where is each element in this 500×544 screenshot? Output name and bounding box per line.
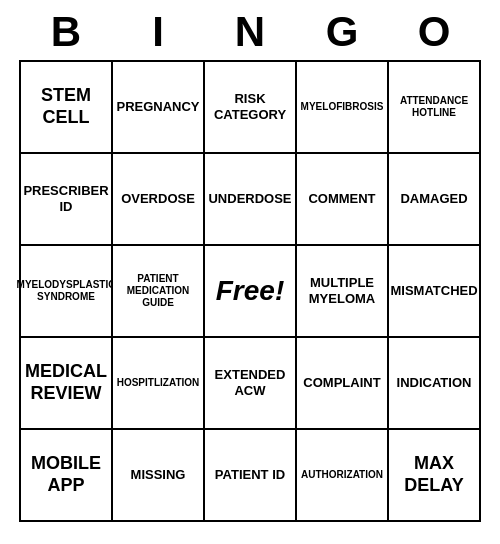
cell-0-0: STEM CELL xyxy=(21,62,113,154)
bingo-letter-B: B xyxy=(20,8,112,56)
cell-2-4: MISMATCHED xyxy=(389,246,481,338)
cell-2-1: PATIENT MEDICATION GUIDE xyxy=(113,246,205,338)
cell-0-4: ATTENDANCE HOTLINE xyxy=(389,62,481,154)
bingo-grid: STEM CELLPREGNANCYRISK CATEGORYMYELOFIBR… xyxy=(19,60,481,522)
bingo-header: BINGO xyxy=(20,0,480,60)
bingo-letter-O: O xyxy=(388,8,480,56)
cell-2-0: MYELODYSPLASTIC SYNDROME xyxy=(21,246,113,338)
bingo-letter-I: I xyxy=(112,8,204,56)
cell-3-4: INDICATION xyxy=(389,338,481,430)
cell-4-2: PATIENT ID xyxy=(205,430,297,522)
cell-0-1: PREGNANCY xyxy=(113,62,205,154)
bingo-letter-G: G xyxy=(296,8,388,56)
cell-1-1: OVERDOSE xyxy=(113,154,205,246)
cell-4-1: MISSING xyxy=(113,430,205,522)
cell-2-3: MULTIPLE MYELOMA xyxy=(297,246,389,338)
cell-1-3: COMMENT xyxy=(297,154,389,246)
cell-1-4: DAMAGED xyxy=(389,154,481,246)
cell-0-3: MYELOFIBROSIS xyxy=(297,62,389,154)
cell-4-0: MOBILE APP xyxy=(21,430,113,522)
cell-4-4: MAX DELAY xyxy=(389,430,481,522)
cell-3-3: COMPLAINT xyxy=(297,338,389,430)
cell-1-2: UNDERDOSE xyxy=(205,154,297,246)
cell-3-2: EXTENDED ACW xyxy=(205,338,297,430)
bingo-letter-N: N xyxy=(204,8,296,56)
cell-3-0: MEDICAL REVIEW xyxy=(21,338,113,430)
cell-4-3: AUTHORIZATION xyxy=(297,430,389,522)
cell-2-2: Free! xyxy=(205,246,297,338)
cell-0-2: RISK CATEGORY xyxy=(205,62,297,154)
cell-3-1: HOSPITLIZATION xyxy=(113,338,205,430)
cell-1-0: PRESCRIBER ID xyxy=(21,154,113,246)
